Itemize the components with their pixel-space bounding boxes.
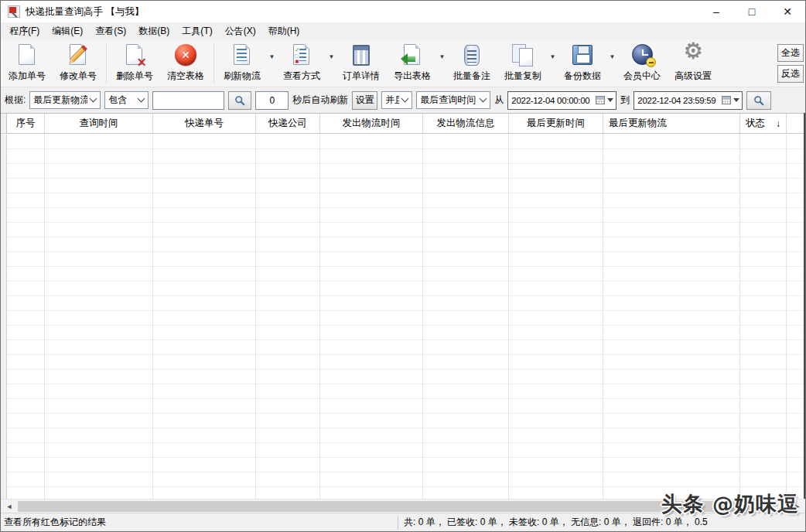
dropdown-arrow-icon[interactable]: ▼	[438, 53, 446, 60]
chevron-down-icon	[401, 95, 409, 103]
select-all-button[interactable]: 全选	[777, 44, 804, 62]
menu-program[interactable]: 程序(F)	[3, 22, 46, 39]
filter-field-value: 最后更新物流	[33, 94, 87, 107]
member-center-button[interactable]: 会员中心	[620, 42, 664, 83]
button-label: 订单详情	[343, 70, 380, 83]
batch-note-button[interactable]: 批量备注	[450, 42, 494, 83]
time-field-select[interactable]: 最后查询时间	[416, 91, 490, 109]
delete-order-button[interactable]: ✕ 删除单号	[113, 42, 156, 83]
view-mode-button[interactable]: ✓ □ ✱ 查看方式	[280, 42, 323, 83]
column-header-last-update-time[interactable]: 最后更新时间	[509, 114, 603, 133]
column-header-tracking-number[interactable]: 快递单号	[153, 114, 256, 133]
clear-table-button[interactable]: ✕ 清空表格	[164, 42, 207, 83]
button-label: 清空表格	[167, 70, 204, 83]
grid-vline	[739, 135, 740, 499]
column-header-dispatch-time[interactable]: 发出物流时间	[320, 114, 423, 133]
menu-edit[interactable]: 编辑(E)	[46, 22, 89, 39]
scroll-left-icon[interactable]: ◄	[2, 500, 16, 513]
button-label: 刷新物流	[224, 70, 261, 83]
selection-buttons: 全选 反选	[777, 44, 804, 83]
backup-floppy-icon	[569, 42, 596, 68]
column-header-courier-company[interactable]: 快递公司	[256, 114, 320, 133]
magnifier-icon	[753, 95, 764, 106]
dropdown-arrow-icon[interactable]: ▼	[608, 53, 616, 60]
button-label: 导出表格	[394, 70, 431, 83]
export-table-button[interactable]: 导出表格	[391, 42, 434, 83]
magnifier-icon	[234, 95, 245, 106]
to-datetime-value: 2022-12-04 23:59:59	[637, 96, 720, 105]
batch-note-scroll-icon	[458, 42, 486, 68]
maximize-button[interactable]: □	[734, 1, 770, 22]
grid-vline	[255, 135, 256, 499]
menu-notice[interactable]: 公告(X)	[219, 22, 262, 39]
time-search-button[interactable]	[746, 91, 771, 110]
calendar-icon[interactable]	[596, 96, 605, 104]
row-selector-strip	[1, 114, 7, 133]
chevron-down-icon	[138, 95, 145, 103]
sort-down-icon: ↓	[776, 118, 780, 129]
to-datetime-input[interactable]: 2022-12-04 23:59:59	[634, 91, 743, 110]
delete-page-icon: ✕	[121, 42, 149, 68]
dropdown-arrow-icon[interactable]: ▼	[268, 53, 276, 60]
search-button[interactable]	[228, 91, 251, 110]
backup-data-button[interactable]: 备份数据	[561, 42, 604, 83]
filter-logic-value: 并且	[385, 94, 399, 107]
calendar-icon[interactable]	[722, 96, 731, 104]
settings-gear-icon: ⚙	[679, 42, 707, 68]
dropdown-arrow-icon[interactable]: ▼	[548, 53, 557, 60]
calendar-dropdown-icon[interactable]	[733, 98, 739, 102]
auto-refresh-label: 秒后自动刷新	[292, 94, 348, 107]
settings-button[interactable]: 设置	[352, 91, 377, 110]
menu-tools[interactable]: 工具(T)	[176, 22, 218, 39]
close-button[interactable]: ✕	[770, 1, 805, 22]
calendar-dropdown-icon[interactable]	[607, 98, 613, 102]
export-green-arrow-icon	[398, 42, 426, 68]
toolbar-separator	[213, 43, 214, 84]
batch-copy-button[interactable]: 批量复制	[501, 42, 545, 83]
refresh-logistics-button[interactable]: 刷新物流	[220, 42, 264, 83]
button-label: 批量备注	[453, 70, 490, 83]
status-message: 查看所有红色标记的结果	[1, 516, 398, 529]
keyword-input[interactable]	[152, 91, 224, 110]
dropdown-arrow-icon[interactable]: ▼	[327, 53, 336, 60]
filter-match-select[interactable]: 包含	[104, 91, 149, 109]
refresh-doc-icon	[228, 42, 256, 68]
app-icon	[8, 5, 20, 18]
edit-order-button[interactable]: 修改单号	[56, 42, 100, 83]
button-label: 批量复制	[504, 70, 541, 83]
add-order-button[interactable]: 添加单号	[5, 42, 49, 83]
advanced-settings-button[interactable]: ⚙ 高级设置	[671, 42, 715, 83]
view-mode-icon: ✓ □ ✱	[288, 42, 316, 68]
column-header-last-update-logistics[interactable]: 最后更新物流	[603, 114, 740, 133]
menu-help[interactable]: 帮助(H)	[262, 22, 306, 39]
button-label: 会员中心	[623, 70, 661, 83]
title-bar: 快递批量查询高手 【与我】 – □ ✕	[1, 1, 805, 22]
column-header-index[interactable]: 序号	[7, 114, 45, 133]
button-label: 修改单号	[60, 70, 97, 83]
scrollbar-thumb[interactable]	[18, 501, 759, 512]
grid-vline	[319, 135, 320, 499]
from-datetime-input[interactable]: 2022-12-04 00:00:00	[507, 91, 616, 110]
button-label: 查看方式	[283, 70, 320, 83]
minimize-button[interactable]: –	[698, 1, 734, 22]
to-label: 到	[620, 94, 630, 107]
button-label: 高级设置	[675, 70, 712, 83]
toolbar: 添加单号 修改单号 ✕ 删除单号 ✕ 清空表格 刷新物流 ▼ ✓ □ ✱ 查看方…	[1, 39, 805, 87]
column-header-query-time[interactable]: 查询时间	[45, 114, 153, 133]
filter-field-select[interactable]: 最后更新物流	[29, 91, 101, 109]
invert-selection-button[interactable]: 反选	[777, 65, 804, 83]
grid-vline	[786, 135, 787, 499]
order-detail-button[interactable]: 订单详情	[340, 42, 383, 83]
row-selector-strip	[1, 135, 7, 499]
column-header-dispatch-info[interactable]: 发出物流信息	[423, 114, 509, 133]
column-header-status[interactable]: 状态 ↓	[740, 114, 787, 133]
filter-logic-select[interactable]: 并且	[381, 91, 412, 109]
grid-body[interactable]	[1, 135, 805, 499]
edit-pencil-icon	[64, 42, 92, 68]
auto-refresh-seconds-input[interactable]	[255, 91, 289, 110]
grid-vline	[152, 135, 153, 499]
menu-data[interactable]: 数据(B)	[132, 22, 176, 39]
member-clock-icon	[628, 42, 656, 68]
window-title: 快递批量查询高手 【与我】	[26, 5, 144, 19]
menu-view[interactable]: 查看(S)	[89, 22, 132, 39]
